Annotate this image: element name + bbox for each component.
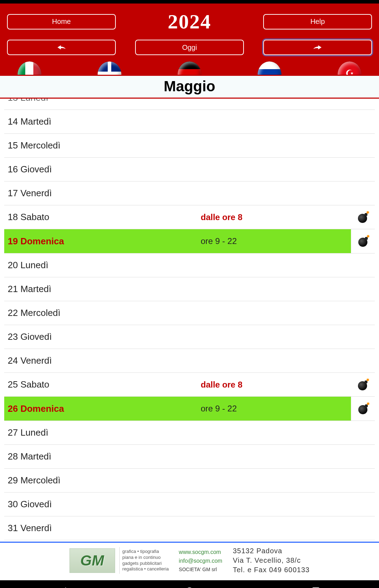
day-info: ore 9 - 22 xyxy=(201,236,351,246)
home-button[interactable]: Home xyxy=(7,14,116,29)
day-label: 21 Martedì xyxy=(4,284,201,295)
year-label: 2024 xyxy=(168,10,211,33)
flag-row xyxy=(7,55,372,75)
day-row[interactable]: 24 Venerdì xyxy=(4,349,375,373)
footer-ad[interactable]: GM grafica • tipografia piana e in conti… xyxy=(0,543,379,580)
day-label: 17 Venerdì xyxy=(4,188,201,199)
ad-contact: www.socgm.com info@socgm.com SOCIETA' GM… xyxy=(176,548,225,574)
flag-ru[interactable] xyxy=(258,61,281,75)
flag-tr[interactable] xyxy=(338,61,361,75)
ad-company: SOCIETA' GM srl xyxy=(179,566,222,573)
day-label: 24 Venerdì xyxy=(4,355,201,366)
flag-it[interactable] xyxy=(18,61,41,75)
ad-addr2: Via T. Vecellio, 38/c xyxy=(233,556,310,565)
day-label: 28 Martedì xyxy=(4,451,201,462)
ad-address: 35132 Padova Via T. Vecellio, 38/c Tel. … xyxy=(229,546,310,575)
day-label: 25 Sabato xyxy=(4,379,201,390)
day-icon-box xyxy=(351,229,375,253)
day-label: 18 Sabato xyxy=(4,212,201,223)
day-row[interactable]: 20 Lunedì xyxy=(4,253,375,277)
day-label: 30 Giovedì xyxy=(4,499,201,510)
day-label: 20 Lunedì xyxy=(4,260,201,271)
day-label: 27 Lunedì xyxy=(4,427,201,438)
day-row[interactable]: 22 Mercoledì xyxy=(4,301,375,325)
day-info: dalle ore 8 xyxy=(201,380,351,390)
day-row[interactable]: 28 Martedì xyxy=(4,445,375,469)
arrow-back-icon xyxy=(56,44,67,51)
bomb-icon xyxy=(358,236,369,247)
day-label: 13 Lunedì xyxy=(4,99,201,103)
day-label: 22 Mercoledì xyxy=(4,308,201,318)
day-row[interactable]: 31 Venerdì xyxy=(4,516,375,540)
day-icon-box xyxy=(351,397,375,421)
day-row[interactable]: 16 Giovedì xyxy=(4,158,375,181)
help-button[interactable]: Help xyxy=(263,14,372,29)
day-row[interactable]: 27 Lunedì xyxy=(4,421,375,445)
day-row[interactable]: 17 Venerdì xyxy=(4,181,375,205)
day-label: 14 Martedì xyxy=(4,116,201,127)
day-label: 31 Venerdì xyxy=(4,523,201,534)
flag-gb[interactable] xyxy=(98,61,121,75)
ad-addr3: Tel. e Fax 049 600133 xyxy=(233,565,310,575)
day-icon-box xyxy=(351,212,375,223)
ad-tagline: grafica • tipografia piana e in continuo… xyxy=(119,547,172,574)
day-label: 16 Giovedì xyxy=(4,164,201,175)
header-row-2: Oggi xyxy=(7,40,372,55)
day-row[interactable]: 30 Giovedì xyxy=(4,493,375,516)
day-info: ore 9 - 22 xyxy=(201,404,351,414)
status-bar xyxy=(0,0,379,4)
bomb-icon xyxy=(358,403,369,414)
day-row[interactable]: 29 Mercoledì xyxy=(4,469,375,493)
day-info: dalle ore 8 xyxy=(201,212,351,222)
ad-email: info@socgm.com xyxy=(179,556,222,566)
day-row[interactable]: 18 Sabatodalle ore 8 xyxy=(4,205,375,229)
day-label: 26 Domenica xyxy=(4,403,201,414)
bomb-icon xyxy=(357,379,368,390)
today-button[interactable]: Oggi xyxy=(135,40,244,55)
header-row-1: Home 2024 Help xyxy=(7,10,372,33)
day-row[interactable]: 13 Lunedì xyxy=(4,99,375,110)
android-navbar xyxy=(0,580,379,588)
month-bar: Maggio xyxy=(0,75,379,99)
day-icon-box xyxy=(351,379,375,390)
day-row[interactable]: 15 Mercoledì xyxy=(4,134,375,158)
header: Home 2024 Help Oggi xyxy=(0,4,379,75)
day-label: 29 Mercoledì xyxy=(4,475,201,486)
arrow-forward-icon xyxy=(312,44,323,51)
flag-de[interactable] xyxy=(178,61,201,75)
bomb-icon xyxy=(357,212,368,223)
day-row[interactable]: 21 Martedì xyxy=(4,277,375,301)
ad-web: www.socgm.com xyxy=(179,548,222,557)
day-row[interactable]: 25 Sabatodalle ore 8 xyxy=(4,373,375,397)
day-list[interactable]: 13 Lunedì14 Martedì15 Mercoledì16 Gioved… xyxy=(0,99,379,540)
day-label: 19 Domenica xyxy=(4,236,201,247)
ad-logo: GM xyxy=(69,548,115,573)
day-row[interactable]: 23 Giovedì xyxy=(4,325,375,349)
day-row[interactable]: 19 Domenicaore 9 - 22 xyxy=(4,229,375,253)
day-row[interactable]: 26 Domenicaore 9 - 22 xyxy=(4,397,375,421)
day-label: 15 Mercoledì xyxy=(4,140,201,151)
ad-addr1: 35132 Padova xyxy=(233,546,310,556)
prev-button[interactable] xyxy=(7,40,116,55)
next-button[interactable] xyxy=(263,40,372,55)
month-label: Maggio xyxy=(0,78,379,95)
day-label: 23 Giovedì xyxy=(4,331,201,342)
day-row[interactable]: 14 Martedì xyxy=(4,110,375,134)
